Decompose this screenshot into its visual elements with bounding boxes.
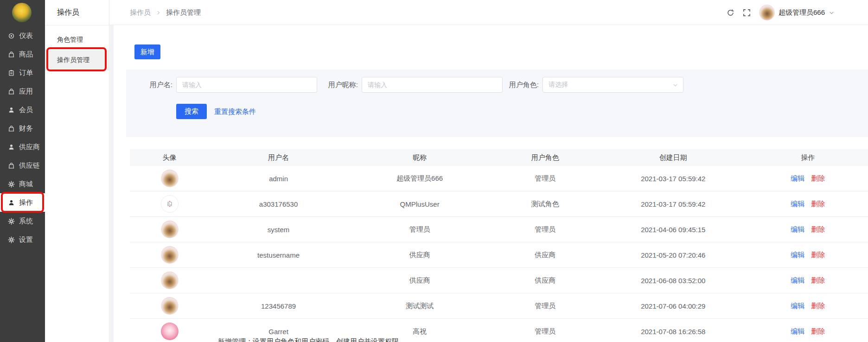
chevron-down-icon <box>672 82 678 88</box>
nickname-cell: 测试测试 <box>348 293 491 319</box>
sidebar-nav: 仪表商品订单应用会员财务供应商供应链商城操作系统设置 <box>0 26 45 249</box>
breadcrumb: 操作员操作员管理 <box>130 0 201 25</box>
nickname-input[interactable] <box>362 77 503 93</box>
bag-icon <box>8 51 15 58</box>
delete-link[interactable]: 删除 <box>811 200 825 208</box>
row-avatar <box>161 246 179 264</box>
column-header: 操作 <box>747 149 868 166</box>
username-cell: testusername <box>209 242 348 268</box>
actions-cell: 编辑删除 <box>747 191 868 217</box>
breadcrumb-item[interactable]: 操作员 <box>130 8 151 17</box>
delete-link[interactable]: 删除 <box>811 174 825 182</box>
row-avatar <box>161 195 179 213</box>
created-date-cell: 2021-03-17 05:59:42 <box>599 166 747 191</box>
bag-icon <box>8 162 15 169</box>
sidebar-item-label: 商品 <box>19 50 33 59</box>
actions-cell: 编辑删除 <box>747 319 868 342</box>
sidebar-item-label: 仪表 <box>19 32 33 40</box>
created-date-cell: 2021-07-06 04:00:29 <box>599 293 747 319</box>
table-row: a303176530QMPlusUser测试角色2021-03-17 05:59… <box>130 191 868 217</box>
sidebar-item-members[interactable]: 会员 <box>0 101 45 119</box>
app-window: 仪表商品订单应用会员财务供应商供应链商城操作系统设置 操作员 角色管理操作员管理… <box>0 0 868 342</box>
edit-link[interactable]: 编辑 <box>791 251 804 259</box>
created-date-cell: 2021-04-06 09:45:15 <box>599 217 747 242</box>
nickname-cell: QMPlusUser <box>348 191 491 217</box>
brand-logo <box>12 3 32 22</box>
gear-icon <box>8 181 15 188</box>
refresh-icon[interactable] <box>727 9 734 17</box>
delete-link[interactable]: 删除 <box>811 302 825 310</box>
table-row: testusername供应商供应商2021-05-20 07:20:46编辑删… <box>130 242 868 268</box>
avatar-cell <box>130 166 209 191</box>
sidebar-item-settings[interactable]: 设置 <box>0 230 45 249</box>
sidebar-item-finance[interactable]: 财务 <box>0 119 45 138</box>
sidebar-item-operation[interactable]: 操作 <box>0 193 45 212</box>
search-field-username: 用户名: <box>132 77 317 93</box>
created-date-cell: 2021-07-08 16:26:58 <box>599 319 747 342</box>
sidebar-item-supply-chain[interactable]: 供应链 <box>0 156 45 175</box>
row-avatar <box>161 170 179 187</box>
delete-link[interactable]: 删除 <box>811 327 825 335</box>
chevron-down-icon <box>829 10 835 16</box>
username-cell: admin <box>209 166 348 191</box>
sidebar-item-orders[interactable]: 订单 <box>0 63 45 82</box>
primary-sidebar: 仪表商品订单应用会员财务供应商供应链商城操作系统设置 <box>0 0 45 342</box>
sidebar-item-system[interactable]: 系统 <box>0 212 45 230</box>
submenu-item-role-management[interactable]: 角色管理 <box>45 30 109 50</box>
delete-link[interactable]: 删除 <box>811 251 825 259</box>
created-date-cell: 2021-05-20 07:20:46 <box>599 242 747 268</box>
person-icon <box>8 107 15 114</box>
search-field-label: 用户角色: <box>498 81 539 89</box>
username-input[interactable] <box>176 77 317 93</box>
sidebar-item-label: 供应商 <box>19 143 40 152</box>
actions-cell: 编辑删除 <box>747 268 868 293</box>
sidebar-item-apps[interactable]: 应用 <box>0 82 45 101</box>
user-menu[interactable]: 超级管理员666 <box>759 5 835 20</box>
operators-table: 头像用户名昵称用户角色创建日期操作 admin超级管理员666管理员2021-0… <box>130 149 868 342</box>
delete-link[interactable]: 删除 <box>811 276 825 284</box>
sidebar-item-supplier[interactable]: 供应商 <box>0 138 45 156</box>
actions-cell: 编辑删除 <box>747 293 868 319</box>
avatar-cell <box>130 217 209 242</box>
top-header: 操作员操作员管理 超级管理员666 <box>109 0 868 25</box>
edit-link[interactable]: 编辑 <box>791 327 804 335</box>
column-header: 用户角色 <box>491 149 599 166</box>
chevron-right-icon <box>155 10 161 16</box>
add-button[interactable]: 新增 <box>134 44 160 59</box>
sidebar-item-goods[interactable]: 商品 <box>0 45 45 63</box>
search-field-label: 用户昵称: <box>317 81 358 89</box>
column-header: 创建日期 <box>599 149 747 166</box>
edit-link[interactable]: 编辑 <box>791 225 804 233</box>
bag-icon <box>8 125 15 132</box>
search-field-nickname: 用户昵称: <box>317 77 503 93</box>
edit-link[interactable]: 编辑 <box>791 174 804 182</box>
edit-link[interactable]: 编辑 <box>791 200 804 208</box>
search-button[interactable]: 搜索 <box>176 104 207 119</box>
created-date-cell: 2021-03-17 05:59:42 <box>599 191 747 217</box>
person-icon <box>8 199 15 206</box>
user-name: 超级管理员666 <box>779 8 825 17</box>
sidebar-item-dashboard[interactable]: 仪表 <box>0 26 45 45</box>
sidebar-item-mall[interactable]: 商城 <box>0 175 45 193</box>
fullscreen-icon[interactable] <box>743 9 751 17</box>
table-row: system管理员管理员2021-04-06 09:45:15编辑删除 <box>130 217 868 242</box>
actions-cell: 编辑删除 <box>747 217 868 242</box>
table-head: 头像用户名昵称用户角色创建日期操作 <box>130 149 868 166</box>
submenu-item-operator-management[interactable]: 操作员管理 <box>45 50 109 70</box>
role-cell: 管理员 <box>491 293 599 319</box>
avatar-cell <box>130 242 209 268</box>
column-header: 用户名 <box>209 149 348 166</box>
avatar-cell <box>130 293 209 319</box>
user-role-select[interactable]: 请选择 <box>542 77 683 93</box>
search-panel: 搜索 重置搜索条件 用户名:用户昵称:用户角色:请选择 <box>126 70 868 137</box>
actions-cell: 编辑删除 <box>747 166 868 191</box>
column-header: 头像 <box>130 149 209 166</box>
delete-link[interactable]: 删除 <box>811 225 825 233</box>
reset-search-link[interactable]: 重置搜索条件 <box>214 104 256 119</box>
edit-link[interactable]: 编辑 <box>791 276 804 284</box>
sidebar-item-label: 系统 <box>19 217 33 226</box>
edit-link[interactable]: 编辑 <box>791 302 804 310</box>
gear-icon <box>8 236 15 243</box>
username-cell: a303176530 <box>209 191 348 217</box>
sidebar-item-label: 订单 <box>19 69 33 77</box>
